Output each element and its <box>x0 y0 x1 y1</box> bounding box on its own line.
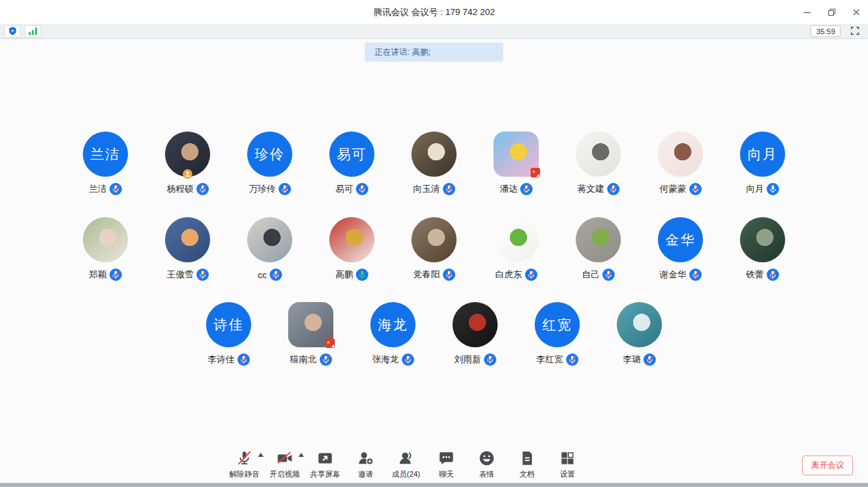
window-title: 腾讯会议 会议号 : 179 742 202 <box>373 6 495 18</box>
participant-tile[interactable]: cc <box>229 217 311 281</box>
share-screen-icon <box>316 449 334 467</box>
participant-name: 兰洁 <box>89 183 107 195</box>
invite-icon <box>357 449 374 467</box>
members-icon <box>397 449 415 467</box>
toolbar-mic-off-button[interactable]: 解除静音 <box>229 449 259 479</box>
participant-row-2: 郑颖 王傲雪 <box>0 217 868 281</box>
expand-caret-icon[interactable] <box>258 453 264 457</box>
minimize-button[interactable] <box>802 8 812 17</box>
camera-off-icon <box>276 449 294 467</box>
document-icon <box>518 449 536 467</box>
participant-tile[interactable]: 刘雨新 <box>434 302 516 366</box>
participant-label-row: 张海龙 <box>372 353 414 366</box>
mic-status-icon <box>643 353 656 366</box>
toolbar-label: 文档 <box>520 469 535 479</box>
participant-tile[interactable]: 李璐 <box>598 302 680 366</box>
mic-status-icon <box>566 353 578 366</box>
window-controls <box>802 0 861 24</box>
participant-tile[interactable]: 白虎东 <box>475 217 557 281</box>
participant-name: 万珍伶 <box>249 183 276 195</box>
expand-caret-icon[interactable] <box>298 453 304 457</box>
toolbar-camera-off-button[interactable]: 开启视频 <box>270 449 300 479</box>
participant-tile[interactable]: 王傲雪 <box>146 217 229 281</box>
mic-status-icon <box>602 269 615 281</box>
restore-window-button[interactable] <box>827 8 837 17</box>
participant-tile[interactable]: 向玉清 <box>393 132 475 195</box>
toolbar-settings-button[interactable]: 设置 <box>552 449 583 479</box>
participant-label-row: 李红宽 <box>537 353 578 366</box>
participant-tile[interactable]: 红宽 李红宽 <box>516 302 598 366</box>
toolbar-members-button[interactable]: 成员(24) <box>391 449 421 479</box>
participant-tile[interactable]: 高鹏 <box>311 217 393 281</box>
participant-name: 潘达 <box>500 183 518 195</box>
participant-label-row: 杨程硕 <box>167 183 209 195</box>
taskbar-edge <box>0 483 868 487</box>
participant-label-row: 党春阳 <box>413 269 455 281</box>
mic-status-icon <box>689 269 702 281</box>
participant-tile[interactable]: 易可 易可 <box>311 132 393 195</box>
participant-tile[interactable]: 何蒙蒙 <box>639 132 722 195</box>
participant-tile[interactable]: 杨程硕 <box>146 132 229 195</box>
participant-label-row: 向月 <box>746 183 779 195</box>
fullscreen-icon[interactable] <box>850 26 860 38</box>
participant-avatar <box>576 217 621 262</box>
participant-avatar: ★ <box>288 302 333 347</box>
network-signal-icon[interactable] <box>25 25 41 38</box>
avatar-initials: 易可 <box>337 145 367 164</box>
toolbar-document-button[interactable]: 文档 <box>512 449 542 479</box>
flag-badge-icon: ★ <box>531 168 540 177</box>
participant-label-row: 郑颖 <box>89 269 122 281</box>
mic-status-icon <box>270 269 282 281</box>
participant-name: 王傲雪 <box>167 269 194 281</box>
toolbar-label: 邀请 <box>358 469 373 479</box>
participant-tile[interactable]: 蒋文建 <box>557 132 639 195</box>
mic-status-icon <box>238 353 250 366</box>
participant-avatar <box>452 302 498 347</box>
participant-label-row: 李诗佳 <box>208 353 250 366</box>
participant-tile[interactable]: 向月 向月 <box>722 132 804 195</box>
participant-label-row: cc <box>258 269 282 281</box>
avatar-initials: 珍伶 <box>255 145 285 164</box>
chat-icon <box>437 449 455 467</box>
participant-tile[interactable]: 金华 谢金华 <box>639 217 722 281</box>
participant-name: 猫南北 <box>290 353 317 366</box>
mic-status-icon <box>525 269 537 281</box>
participant-avatar <box>617 302 662 347</box>
participant-tile[interactable]: 铁蕾 <box>722 217 804 281</box>
participant-tile[interactable]: 珍伶 万珍伶 <box>229 132 311 195</box>
settings-icon <box>559 449 576 467</box>
security-shield-icon[interactable] <box>4 25 21 38</box>
toolbar-chat-button[interactable]: 聊天 <box>431 449 461 479</box>
toolbar-label: 解除静音 <box>229 469 259 479</box>
avatar-initials: 海龙 <box>378 316 408 334</box>
participant-tile[interactable]: 党春阳 <box>393 217 475 281</box>
participant-tile[interactable]: ★ 猫南北 <box>270 302 352 366</box>
participant-label-row: 兰洁 <box>89 183 122 195</box>
avatar-initials: 金华 <box>665 231 695 249</box>
participant-avatar <box>83 217 128 262</box>
participant-name: 向玉清 <box>413 183 440 195</box>
toolbar-invite-button[interactable]: 邀请 <box>350 449 381 479</box>
participant-tile[interactable]: 海龙 张海龙 <box>352 302 434 366</box>
leave-meeting-button[interactable]: 离开会议 <box>802 455 853 475</box>
participant-tile[interactable]: 郑颖 <box>64 217 146 281</box>
participant-tile[interactable]: ★ 潘达 <box>475 132 557 195</box>
participant-name: 李璐 <box>623 353 641 366</box>
participant-name: 向月 <box>746 183 764 195</box>
mic-status-icon <box>443 183 455 195</box>
participant-tile[interactable]: 自己 <box>557 217 639 281</box>
toolbar-label: 开启视频 <box>270 469 300 479</box>
participant-label-row: 猫南北 <box>290 353 332 366</box>
mic-status-icon <box>689 183 702 195</box>
participant-tile[interactable]: 兰洁 兰洁 <box>64 132 146 195</box>
close-button[interactable] <box>852 8 861 17</box>
participant-label-row: 高鹏 <box>335 269 368 281</box>
participant-tile[interactable]: 诗佳 李诗佳 <box>188 302 270 366</box>
svg-text:★: ★ <box>327 340 331 345</box>
participant-label-row: 万珍伶 <box>249 183 291 195</box>
participant-name: 高鹏 <box>335 269 353 281</box>
toolbar-emoji-button[interactable]: 表情 <box>472 449 502 479</box>
participant-label-row: 刘雨新 <box>455 353 496 366</box>
toolbar-share-screen-button[interactable]: 共享屏幕 <box>310 449 340 479</box>
participant-avatar: 诗佳 <box>206 302 251 347</box>
